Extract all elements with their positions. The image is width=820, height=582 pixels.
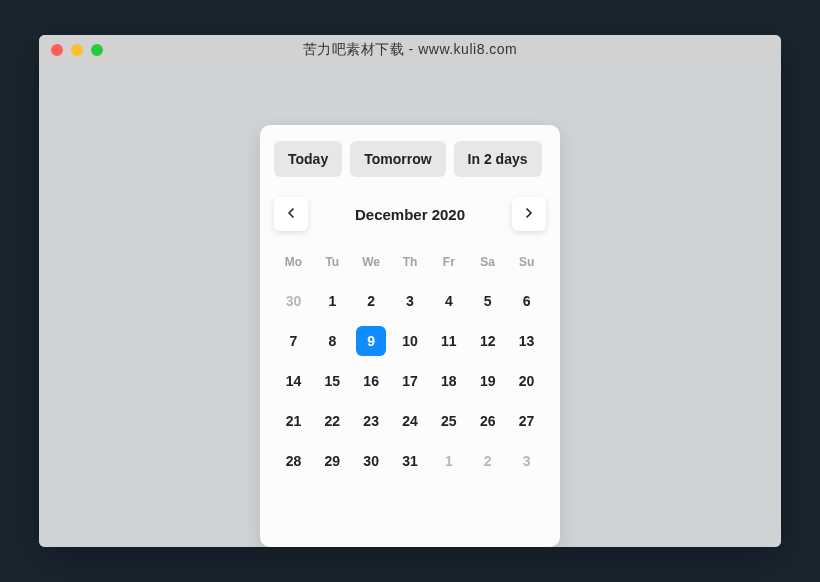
day-cell[interactable]: 6 xyxy=(507,281,546,321)
day-number: 8 xyxy=(328,333,336,349)
day-cell[interactable]: 23 xyxy=(352,401,391,441)
day-number: 1 xyxy=(445,453,453,469)
day-number: 7 xyxy=(290,333,298,349)
weekday-label: We xyxy=(352,249,391,275)
day-cell[interactable]: 22 xyxy=(313,401,352,441)
month-header: December 2020 xyxy=(274,197,546,231)
day-cell[interactable]: 16 xyxy=(352,361,391,401)
day-number: 24 xyxy=(402,413,418,429)
day-cell[interactable]: 9 xyxy=(352,321,391,361)
day-number: 19 xyxy=(480,373,496,389)
day-cell[interactable]: 2 xyxy=(352,281,391,321)
chevron-right-icon xyxy=(521,205,537,224)
day-cell[interactable]: 3 xyxy=(391,281,430,321)
weekday-label: Mo xyxy=(274,249,313,275)
day-cell[interactable]: 31 xyxy=(391,441,430,481)
content-area: Today Tomorrow In 2 days December 2020 M… xyxy=(39,65,781,547)
day-number: 14 xyxy=(286,373,302,389)
close-window-button[interactable] xyxy=(51,44,63,56)
day-cell[interactable]: 27 xyxy=(507,401,546,441)
day-number: 25 xyxy=(441,413,457,429)
day-cell[interactable]: 17 xyxy=(391,361,430,401)
day-number: 1 xyxy=(328,293,336,309)
day-cell[interactable]: 30 xyxy=(274,281,313,321)
day-number: 30 xyxy=(286,293,302,309)
day-cell[interactable]: 13 xyxy=(507,321,546,361)
day-number: 26 xyxy=(480,413,496,429)
maximize-window-button[interactable] xyxy=(91,44,103,56)
day-number: 18 xyxy=(441,373,457,389)
day-number: 5 xyxy=(484,293,492,309)
day-cell[interactable]: 12 xyxy=(468,321,507,361)
day-number: 2 xyxy=(367,293,375,309)
day-number: 30 xyxy=(363,453,379,469)
day-cell[interactable]: 11 xyxy=(429,321,468,361)
tomorrow-button[interactable]: Tomorrow xyxy=(350,141,445,177)
day-number: 10 xyxy=(402,333,418,349)
day-number: 29 xyxy=(324,453,340,469)
traffic-lights xyxy=(51,44,103,56)
quick-buttons: Today Tomorrow In 2 days xyxy=(274,141,546,177)
day-number: 9 xyxy=(356,326,386,356)
day-number: 12 xyxy=(480,333,496,349)
day-number: 27 xyxy=(519,413,535,429)
day-cell[interactable]: 19 xyxy=(468,361,507,401)
day-cell[interactable]: 1 xyxy=(313,281,352,321)
day-cell[interactable]: 1 xyxy=(429,441,468,481)
day-cell[interactable]: 25 xyxy=(429,401,468,441)
day-number: 11 xyxy=(441,333,457,349)
day-cell[interactable]: 8 xyxy=(313,321,352,361)
month-label: December 2020 xyxy=(355,206,465,223)
today-button[interactable]: Today xyxy=(274,141,342,177)
day-cell[interactable]: 26 xyxy=(468,401,507,441)
prev-month-button[interactable] xyxy=(274,197,308,231)
weekday-label: Fr xyxy=(429,249,468,275)
window-title: 苦力吧素材下载 - www.kuli8.com xyxy=(39,41,781,59)
day-cell[interactable]: 3 xyxy=(507,441,546,481)
weekday-header: MoTuWeThFrSaSu xyxy=(274,249,546,275)
day-cell[interactable]: 4 xyxy=(429,281,468,321)
day-number: 20 xyxy=(519,373,535,389)
day-cell[interactable]: 18 xyxy=(429,361,468,401)
day-number: 22 xyxy=(324,413,340,429)
day-number: 23 xyxy=(363,413,379,429)
minimize-window-button[interactable] xyxy=(71,44,83,56)
weekday-label: Tu xyxy=(313,249,352,275)
datepicker: Today Tomorrow In 2 days December 2020 M… xyxy=(260,125,560,547)
weekday-label: Sa xyxy=(468,249,507,275)
day-cell[interactable]: 10 xyxy=(391,321,430,361)
day-cell[interactable]: 20 xyxy=(507,361,546,401)
titlebar: 苦力吧素材下载 - www.kuli8.com xyxy=(39,35,781,65)
day-number: 28 xyxy=(286,453,302,469)
day-cell[interactable]: 21 xyxy=(274,401,313,441)
day-cell[interactable]: 2 xyxy=(468,441,507,481)
day-number: 21 xyxy=(286,413,302,429)
day-number: 15 xyxy=(324,373,340,389)
next-month-button[interactable] xyxy=(512,197,546,231)
day-number: 2 xyxy=(484,453,492,469)
app-window: 苦力吧素材下载 - www.kuli8.com Today Tomorrow I… xyxy=(39,35,781,547)
day-number: 13 xyxy=(519,333,535,349)
day-number: 3 xyxy=(406,293,414,309)
day-cell[interactable]: 5 xyxy=(468,281,507,321)
day-cell[interactable]: 24 xyxy=(391,401,430,441)
day-number: 31 xyxy=(402,453,418,469)
day-number: 17 xyxy=(402,373,418,389)
day-cell[interactable]: 7 xyxy=(274,321,313,361)
day-number: 3 xyxy=(523,453,531,469)
day-number: 4 xyxy=(445,293,453,309)
day-number: 6 xyxy=(523,293,531,309)
day-number: 16 xyxy=(363,373,379,389)
chevron-left-icon xyxy=(283,205,299,224)
days-grid: 3012345678910111213141516171819202122232… xyxy=(274,281,546,481)
day-cell[interactable]: 15 xyxy=(313,361,352,401)
day-cell[interactable]: 14 xyxy=(274,361,313,401)
day-cell[interactable]: 28 xyxy=(274,441,313,481)
weekday-label: Su xyxy=(507,249,546,275)
in-2-days-button[interactable]: In 2 days xyxy=(454,141,542,177)
day-cell[interactable]: 29 xyxy=(313,441,352,481)
weekday-label: Th xyxy=(391,249,430,275)
day-cell[interactable]: 30 xyxy=(352,441,391,481)
